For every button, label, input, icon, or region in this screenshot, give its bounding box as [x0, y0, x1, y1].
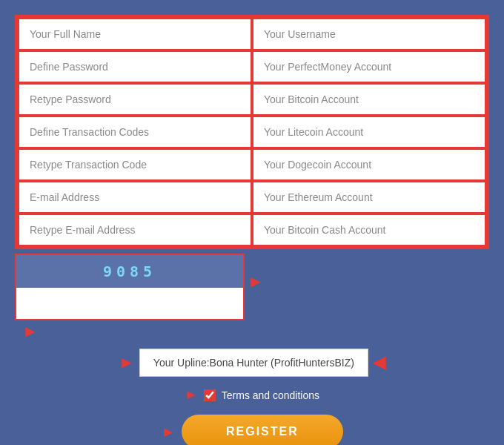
- full-name-input[interactable]: [19, 19, 251, 49]
- bitcoin-input[interactable]: [253, 85, 485, 114]
- username-input[interactable]: [253, 19, 485, 49]
- ethereum-input[interactable]: [253, 182, 485, 212]
- left-arrow-terms: ►: [185, 387, 198, 403]
- bitcoin-cash-input[interactable]: [253, 215, 485, 245]
- terms-checkbox[interactable]: [204, 389, 216, 401]
- retype-transaction-input[interactable]: [19, 150, 251, 179]
- left-arrow-register: ►: [161, 423, 176, 441]
- retype-email-input[interactable]: [19, 215, 251, 245]
- left-arrow-captcha: ►: [22, 322, 39, 341]
- captcha-display: 9085: [16, 255, 243, 288]
- retype-password-input[interactable]: [19, 85, 251, 114]
- left-arrow-upline: ►: [119, 353, 135, 372]
- register-button[interactable]: REGISTER: [182, 415, 343, 445]
- right-arrow-captcha: ►: [248, 272, 264, 291]
- dogecoin-input[interactable]: [253, 150, 485, 179]
- right-arrow-upline: ◀: [373, 353, 385, 372]
- perfectmoney-input[interactable]: [253, 52, 485, 82]
- define-password-input[interactable]: [19, 52, 251, 82]
- litecoin-input[interactable]: [253, 117, 485, 147]
- define-transaction-input[interactable]: [19, 117, 251, 147]
- captcha-input[interactable]: [16, 288, 243, 319]
- upline-box: Your Upline:Bona Hunter (ProfitHuntersBI…: [139, 349, 368, 377]
- terms-label: Terms and conditions: [222, 389, 319, 401]
- email-input[interactable]: [19, 182, 251, 212]
- fields-grid: [15, 15, 489, 249]
- form-container: 9085 ► ► ► Your Upline:Bona Hunter (Prof…: [15, 15, 489, 445]
